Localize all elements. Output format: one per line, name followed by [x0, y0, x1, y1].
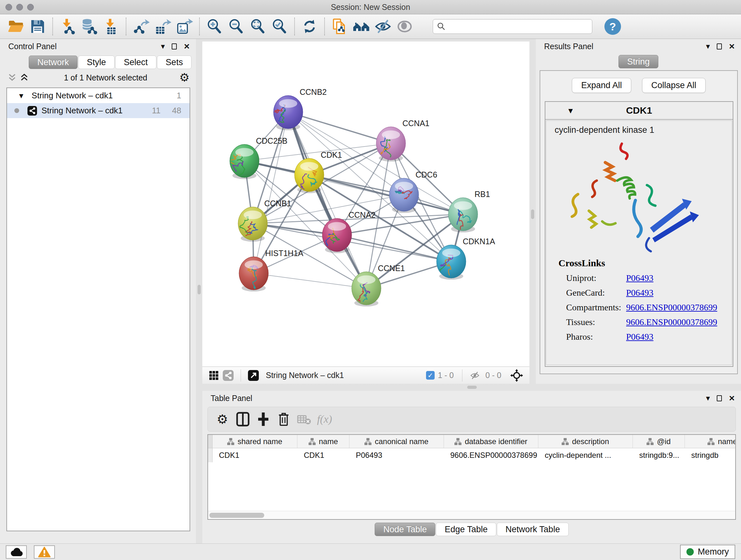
- left-splitter[interactable]: [196, 39, 202, 543]
- show-hidden-button[interactable]: [395, 17, 414, 36]
- zoom-in-button[interactable]: [205, 17, 224, 36]
- table-cell[interactable]: cyclin-dependent ...: [538, 448, 633, 462]
- table-options-gear-icon[interactable]: ⚙: [214, 411, 231, 428]
- panel-menu-icon[interactable]: ▼: [706, 395, 710, 401]
- network-edge[interactable]: [288, 112, 366, 288]
- network-edge[interactable]: [254, 273, 366, 288]
- panel-menu-icon[interactable]: ▼: [161, 44, 165, 50]
- column-header--id[interactable]: @id: [633, 435, 685, 448]
- import-network-from-file-button[interactable]: [58, 17, 77, 36]
- crosslink-link[interactable]: 9606.ENSP00000378699: [626, 317, 717, 327]
- crosslink-link[interactable]: P06493: [626, 273, 654, 283]
- fit-selected-crosshair-icon[interactable]: [510, 369, 523, 382]
- add-column-icon[interactable]: [255, 411, 272, 428]
- tab-style[interactable]: Style: [78, 56, 115, 69]
- table-cell[interactable]: 9606.ENSP00000378699: [444, 448, 538, 462]
- network-canvas[interactable]: CCNB2CCNA1CDC25BCDK1CDC6RB1CCNB1CCNA2CDK…: [202, 42, 529, 367]
- network-node[interactable]: RB1: [448, 190, 490, 235]
- panel-close-icon[interactable]: ×: [729, 42, 735, 51]
- tab-sets[interactable]: Sets: [157, 56, 192, 69]
- expand-all-button[interactable]: Expand All: [572, 78, 631, 93]
- table-horizontal-scrollbar[interactable]: [208, 511, 735, 519]
- table-cell[interactable]: P06493: [349, 448, 444, 462]
- network-edge[interactable]: [288, 112, 391, 143]
- column-header-shared-name[interactable]: shared name: [212, 435, 297, 448]
- memory-button[interactable]: Memory: [680, 545, 735, 559]
- clone-network-button[interactable]: [330, 17, 349, 36]
- network-options-gear-icon[interactable]: ⚙: [179, 72, 190, 83]
- scrollbar-thumb[interactable]: [209, 513, 264, 518]
- network-node[interactable]: CDKN1A: [431, 237, 495, 280]
- help-button[interactable]: ?: [604, 18, 621, 35]
- tab-network-table[interactable]: Network Table: [497, 523, 569, 536]
- tab-edge-table[interactable]: Edge Table: [436, 523, 496, 536]
- network-edge[interactable]: [337, 235, 451, 261]
- column-header-description[interactable]: description: [538, 435, 633, 448]
- crosslink-link[interactable]: P06493: [626, 288, 654, 298]
- import-table-from-file-button[interactable]: [102, 17, 120, 36]
- crosslink-label: Tissues:: [566, 317, 626, 327]
- column-header-canonical-name[interactable]: canonical name: [349, 435, 444, 448]
- zoom-out-button[interactable]: [227, 17, 246, 36]
- splitter-handle[interactable]: [467, 386, 477, 389]
- network-collection-row[interactable]: ▼ String Network – cdk1 1: [7, 88, 190, 103]
- open-session-button[interactable]: [7, 17, 25, 36]
- selected-checkbox-icon[interactable]: ✓: [426, 371, 434, 380]
- search-input[interactable]: [448, 22, 588, 31]
- column-header-namespace[interactable]: namespace: [685, 435, 736, 448]
- refresh-view-button[interactable]: [300, 17, 319, 36]
- zoom-selected-button[interactable]: [270, 17, 289, 36]
- splitter-handle[interactable]: [198, 285, 201, 294]
- network-grid-toggle-icon[interactable]: [223, 370, 233, 381]
- hide-selected-button[interactable]: [374, 17, 392, 36]
- cloud-status-button[interactable]: [6, 545, 27, 559]
- table-cell[interactable]: CDK1: [212, 448, 297, 462]
- right-splitter[interactable]: [529, 39, 536, 384]
- table-cell[interactable]: stringdb:9...: [633, 448, 685, 462]
- network-node[interactable]: CCNB2: [273, 87, 327, 130]
- panel-float-icon[interactable]: [172, 44, 177, 50]
- horizontal-splitter[interactable]: [202, 384, 741, 391]
- panel-close-icon[interactable]: ×: [729, 393, 735, 403]
- show-columns-icon[interactable]: [234, 411, 251, 428]
- network-row-selected[interactable]: String Network – cdk1 11 48: [7, 103, 190, 118]
- network-graph[interactable]: CCNB2CCNA1CDC25BCDK1CDC6RB1CCNB1CCNA2CDK…: [202, 42, 529, 367]
- collapse-all-networks-icon[interactable]: [8, 73, 17, 82]
- warnings-button[interactable]: [34, 545, 55, 559]
- network-node[interactable]: HIST1H1A: [239, 249, 304, 293]
- panel-close-icon[interactable]: ×: [184, 42, 190, 51]
- column-header-database-identifier[interactable]: database identifier: [444, 435, 538, 448]
- export-table-button[interactable]: [153, 17, 172, 36]
- zoom-fit-content-button[interactable]: [249, 17, 267, 36]
- save-session-button[interactable]: [28, 17, 47, 36]
- tab-select[interactable]: Select: [115, 56, 156, 69]
- import-network-from-database-button[interactable]: [80, 17, 98, 36]
- collapse-all-button[interactable]: Collapse All: [642, 78, 705, 93]
- table-row[interactable]: CDK1CDK1P064939606.ENSP00000378699cyclin…: [208, 448, 735, 462]
- panel-float-icon[interactable]: [717, 44, 722, 50]
- network-home-button[interactable]: [352, 17, 370, 36]
- splitter-handle[interactable]: [531, 209, 534, 219]
- export-network-button[interactable]: [132, 17, 150, 36]
- tab-string[interactable]: String: [618, 55, 658, 68]
- open-in-window-icon[interactable]: [248, 370, 259, 381]
- birds-eye-view-icon[interactable]: [209, 370, 219, 381]
- protein-card-header[interactable]: ▼ CDK1: [545, 102, 733, 120]
- crosslink-link[interactable]: P06493: [626, 332, 654, 342]
- delete-column-icon[interactable]: [275, 411, 292, 428]
- crosslink-link[interactable]: 9606.ENSP00000378699: [626, 302, 717, 313]
- network-node[interactable]: CCNE1: [352, 264, 405, 307]
- tab-network[interactable]: Network: [29, 56, 77, 69]
- table-cell[interactable]: CDK1: [297, 448, 349, 462]
- column-header-name[interactable]: name: [297, 435, 349, 448]
- expand-all-networks-icon[interactable]: [20, 73, 29, 82]
- collapse-card-icon[interactable]: ▼: [568, 107, 573, 114]
- panel-menu-icon[interactable]: ▼: [706, 44, 710, 50]
- tree-expand-icon[interactable]: ▼: [19, 92, 23, 99]
- network-node[interactable]: CDK1: [294, 150, 342, 193]
- export-image-button[interactable]: [175, 17, 194, 36]
- tab-node-table[interactable]: Node Table: [375, 523, 435, 536]
- column-header-label: namespace: [718, 437, 736, 446]
- panel-float-icon[interactable]: [717, 395, 722, 401]
- table-cell[interactable]: stringdb: [685, 448, 736, 462]
